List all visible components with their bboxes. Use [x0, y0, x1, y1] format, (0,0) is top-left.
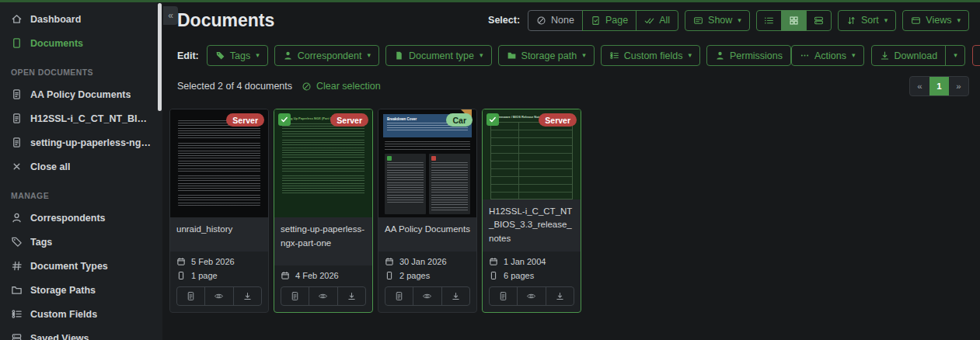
tag-badge[interactable]: Car [446, 113, 473, 127]
download-document-button[interactable] [546, 286, 574, 306]
download-options-button[interactable]: ▾ [945, 45, 965, 66]
edit-correspondent-button[interactable]: Correspondent ▾ [274, 45, 379, 66]
select-all-button[interactable]: All [636, 10, 678, 31]
hash-icon [11, 260, 23, 272]
card-checkbox[interactable] [487, 113, 499, 126]
page-icon [489, 271, 498, 280]
preview-document-button[interactable] [413, 286, 441, 306]
sidebar-open-doc-aa-policy[interactable]: AA Policy Documents [0, 82, 157, 106]
document-card: Breakdown Cover Car AA Policy Docume [378, 109, 477, 313]
document-title-link[interactable]: unraid_history [170, 217, 268, 252]
sidebar-item-saved-views[interactable]: Saved Views [0, 326, 157, 340]
edit-document-type-label: Document type [409, 50, 474, 61]
page-title: Documents [177, 9, 274, 32]
person-fill-icon [715, 50, 725, 61]
edit-document-button[interactable] [489, 286, 518, 306]
thumbnail-table [490, 122, 573, 199]
document-card: Firmware / BIOS Release Notes Form Serve… [482, 109, 581, 313]
page-check-icon [591, 16, 601, 26]
document-thumbnail[interactable]: Setting Up Paperless NGX (Part One) Serv… [274, 109, 372, 217]
document-title-link[interactable]: H12SSL-i_C_CT_NT_BIOS_3.3_release_notes [483, 199, 581, 252]
sort-button[interactable]: Sort ▾ [838, 10, 896, 31]
sidebar-item-correspondents[interactable]: Correspondents [0, 206, 157, 230]
main-content: « Documents Select: None Page All [162, 2, 980, 340]
download-document-button[interactable] [441, 286, 470, 306]
select-page-button[interactable]: Page [582, 10, 636, 31]
document-icon [11, 37, 23, 49]
grid-view-button[interactable] [781, 10, 807, 31]
sidebar-item-label: Close all [30, 161, 70, 172]
actions-button[interactable]: Actions ▾ [791, 45, 864, 66]
tag-badge[interactable]: Server [226, 113, 264, 127]
date-text: 1 Jan 2004 [504, 257, 546, 266]
document-text-icon [11, 113, 23, 124]
sidebar-item-document-types[interactable]: Document Types [0, 254, 157, 278]
tag-icon [215, 50, 225, 61]
view-mode-group [756, 10, 832, 31]
list-view-button[interactable] [756, 10, 782, 31]
select-page-label: Page [605, 15, 628, 26]
sidebar-item-label: Saved Views [30, 333, 89, 340]
sidebar-item-tags[interactable]: Tags [0, 230, 157, 254]
page-icon [385, 271, 394, 280]
sidebar-scrollbar[interactable] [157, 3, 162, 340]
tag-badge[interactable]: Server [539, 113, 577, 127]
chevron-down-icon: ▾ [367, 52, 371, 59]
pagination-page-1[interactable]: 1 [929, 77, 949, 95]
edit-document-button[interactable] [281, 286, 309, 306]
preview-document-button[interactable] [204, 286, 233, 306]
edit-custom-fields-button[interactable]: Custom fields ▾ [601, 45, 700, 66]
delete-button[interactable]: Delete [972, 45, 980, 66]
calendar-icon [385, 257, 394, 266]
download-button[interactable]: Download [871, 45, 947, 66]
card-checkbox[interactable] [278, 113, 291, 126]
sidebar-item-label: Dashboard [30, 14, 81, 25]
views-button[interactable]: Views ▾ [902, 10, 969, 31]
person-icon [11, 212, 23, 224]
sidebar-open-doc-paperless-ngx[interactable]: setting-up-paperless-ngx-part-one [0, 130, 157, 154]
edit-storage-path-button[interactable]: Storage path ▾ [498, 45, 595, 66]
edit-document-type-button[interactable]: Document type ▾ [385, 45, 492, 66]
edit-permissions-button[interactable]: Permissions [706, 45, 791, 66]
sidebar-item-dashboard[interactable]: Dashboard [0, 7, 157, 31]
card-footer: 5 Feb 2026 1 page [170, 252, 268, 312]
document-date: 4 Feb 2026 [281, 271, 366, 280]
document-thumbnail[interactable]: Breakdown Cover Car [378, 109, 476, 217]
eye-icon [526, 291, 536, 301]
sidebar-item-documents[interactable]: Documents [0, 31, 157, 55]
sort-arrows-icon [846, 16, 856, 26]
tag-badge[interactable]: Server [330, 113, 368, 127]
preview-document-button[interactable] [517, 286, 546, 306]
preview-document-button[interactable] [309, 286, 337, 306]
sidebar-collapse-button[interactable]: « [163, 6, 178, 25]
sidebar-open-doc-h12ssl[interactable]: H12SSL-i_C_CT_NT_BIOS_3.3_rele... [0, 106, 157, 130]
detail-view-icon [814, 16, 824, 26]
download-document-button[interactable] [233, 286, 262, 306]
calendar-icon [489, 257, 498, 266]
download-document-button[interactable] [337, 286, 366, 306]
document-title-link[interactable]: setting-up-paperless-ngx-part-one [274, 217, 372, 265]
show-fields-button[interactable]: Show ▾ [685, 10, 750, 31]
pagination-prev-button[interactable]: « [910, 77, 929, 95]
document-thumbnail[interactable]: Server [170, 109, 268, 217]
scrollbar-thumb[interactable] [158, 3, 162, 111]
edit-label: Edit: [177, 50, 199, 61]
red-chip [431, 156, 436, 161]
sidebar-item-custom-fields[interactable]: Custom Fields [0, 302, 157, 326]
document-title-link[interactable]: AA Policy Documents [378, 217, 476, 252]
document-thumbnail[interactable]: Firmware / BIOS Release Notes Form Serve… [483, 109, 581, 199]
edit-tags-button[interactable]: Tags ▾ [207, 45, 268, 66]
document-text-icon [11, 137, 23, 148]
detail-view-button[interactable] [806, 10, 832, 31]
sidebar-close-all[interactable]: Close all [0, 154, 157, 179]
pagination-next-button[interactable]: » [949, 77, 968, 95]
manage-header: MANAGE [0, 179, 157, 206]
select-none-button[interactable]: None [528, 10, 583, 31]
clear-selection-button[interactable]: Clear selection [302, 81, 381, 92]
sidebar-item-storage-paths[interactable]: Storage Paths [0, 278, 157, 302]
person-icon [283, 50, 293, 61]
edit-document-button[interactable] [176, 286, 205, 306]
thumbnail-text-lines [178, 175, 260, 193]
thumbnail-text-lines [178, 143, 260, 158]
edit-document-button[interactable] [385, 286, 413, 306]
